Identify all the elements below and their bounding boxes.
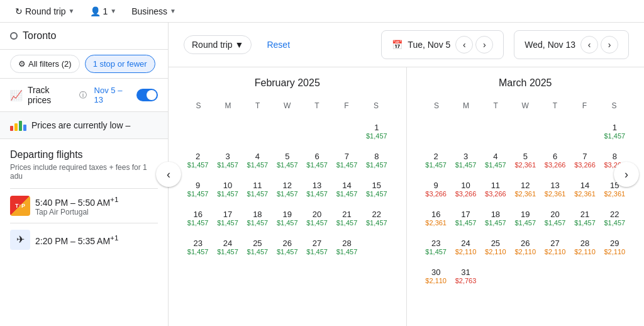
table-row[interactable]: 1$1,457 xyxy=(362,118,391,145)
table-row[interactable]: 24$2,110 xyxy=(452,233,480,261)
table-row[interactable]: 5$2,361 xyxy=(511,147,540,174)
table-row[interactable]: 29$2,110 xyxy=(601,233,629,261)
end-date-prev-button[interactable]: ‹ xyxy=(580,36,598,53)
day-price: $1,457 xyxy=(187,248,209,256)
table-row[interactable]: 19$1,457 xyxy=(511,205,540,232)
table-row[interactable]: 4$1,457 xyxy=(243,147,272,174)
table-row[interactable]: 14$1,457 xyxy=(333,176,361,203)
table-row[interactable]: 9$3,266 xyxy=(422,176,450,203)
table-row[interactable]: 22$1,457 xyxy=(362,205,391,232)
table-row[interactable]: 10$1,457 xyxy=(213,176,242,203)
table-row[interactable]: 13$1,457 xyxy=(303,176,331,203)
day-number: 4 xyxy=(255,152,260,162)
table-row[interactable]: 6$3,266 xyxy=(541,147,569,174)
day-number: 11 xyxy=(491,181,500,191)
day-number: 29 xyxy=(610,239,619,249)
table-row[interactable]: 4$1,457 xyxy=(481,147,509,174)
table-row[interactable]: 24$1,457 xyxy=(213,233,242,261)
calendar-next-button[interactable]: › xyxy=(614,162,639,187)
calendar-roundtrip-selector[interactable]: Round trip ▼ xyxy=(184,35,252,54)
table-row[interactable]: 26$2,110 xyxy=(511,233,540,261)
end-date-selector[interactable]: Wed, Nov 13 ‹ › xyxy=(514,30,629,59)
table-row[interactable]: 28$2,110 xyxy=(570,233,599,261)
table-row[interactable]: 2$1,457 xyxy=(184,147,212,174)
calendar-prev-button[interactable]: ‹ xyxy=(156,162,181,187)
empty-day xyxy=(452,118,480,145)
day-price: $1,457 xyxy=(366,161,387,169)
day-number: 17 xyxy=(461,210,470,220)
table-row[interactable]: 6$1,457 xyxy=(303,147,331,174)
table-row[interactable]: 21$1,457 xyxy=(570,205,599,232)
table-row[interactable]: 3$1,457 xyxy=(452,147,480,174)
day-price: $1,457 xyxy=(247,248,269,256)
table-row[interactable]: 25$2,110 xyxy=(481,233,509,261)
table-row[interactable]: 19$1,457 xyxy=(273,205,301,232)
chevron-down-icon-2: ▼ xyxy=(110,8,116,14)
table-row[interactable]: 8$1,457 xyxy=(362,147,391,174)
day-price: $2,763 xyxy=(455,277,477,285)
day-number: 14 xyxy=(580,181,589,191)
table-row[interactable]: 16$2,361 xyxy=(422,205,450,232)
day-price: $1,457 xyxy=(306,219,328,227)
table-row[interactable]: 27$2,110 xyxy=(541,233,569,261)
table-row[interactable]: 2$1,457 xyxy=(422,147,450,174)
day-number: 9 xyxy=(434,181,438,191)
day-price: $2,361 xyxy=(514,161,536,169)
start-date-prev-button[interactable]: ‹ xyxy=(455,36,473,53)
table-row[interactable]: 28$1,457 xyxy=(333,233,361,261)
table-row[interactable]: 27$1,457 xyxy=(303,233,331,261)
table-row[interactable]: 23$1,457 xyxy=(422,233,450,261)
day-number: 25 xyxy=(253,239,262,249)
table-row[interactable]: 10$3,266 xyxy=(452,176,480,203)
day-price: $1,457 xyxy=(306,190,328,198)
day-header-s1: S xyxy=(184,99,213,113)
stops-filter-button[interactable]: 1 stop or fewer xyxy=(85,55,155,73)
reset-button[interactable]: Reset xyxy=(267,40,290,50)
table-row[interactable]: 18$1,457 xyxy=(481,205,509,232)
table-row[interactable]: 15$1,457 xyxy=(362,176,391,203)
calendars-container: February 2025 S M T W T F S 1$1,4572$1,4… xyxy=(169,67,644,326)
cabin-class-selector[interactable]: Business ▼ xyxy=(126,4,181,19)
table-row[interactable]: 16$1,457 xyxy=(184,205,212,232)
start-date-selector[interactable]: 📅 Tue, Nov 5 ‹ › xyxy=(381,30,504,59)
date-nav: 📅 Tue, Nov 5 ‹ › Wed, Nov 13 ‹ › xyxy=(381,30,629,59)
day-number: 6 xyxy=(314,152,319,162)
table-row[interactable]: 12$1,457 xyxy=(273,176,301,203)
table-row[interactable]: 7$3,266 xyxy=(570,147,599,174)
table-row[interactable]: 11$1,457 xyxy=(243,176,272,203)
table-row[interactable]: 30$2,110 xyxy=(422,262,450,290)
track-prices-toggle[interactable] xyxy=(136,89,158,101)
table-row[interactable]: 25$1,457 xyxy=(243,233,272,261)
passengers-selector[interactable]: 👤 1 ▼ xyxy=(85,4,122,19)
flight-item-1[interactable]: T↑P 5:40 PM – 5:50 AM+1 Tap Air Portugal xyxy=(10,188,158,223)
table-row[interactable]: 5$1,457 xyxy=(273,147,301,174)
table-row[interactable]: 23$1,457 xyxy=(184,233,212,261)
bar-red xyxy=(10,126,13,131)
end-date-next-button[interactable]: › xyxy=(601,36,618,53)
day-price: $2,110 xyxy=(604,248,625,256)
table-row[interactable]: 13$2,361 xyxy=(541,176,569,203)
table-row[interactable]: 26$1,457 xyxy=(273,233,301,261)
table-row[interactable]: 20$1,457 xyxy=(541,205,569,232)
bar-blue xyxy=(23,125,26,131)
table-row[interactable]: 17$1,457 xyxy=(213,205,242,232)
table-row[interactable]: 1$1,457 xyxy=(601,118,629,145)
table-row[interactable]: 11$3,266 xyxy=(481,176,509,203)
table-row[interactable]: 9$1,457 xyxy=(184,176,212,203)
table-row[interactable]: 17$1,457 xyxy=(452,205,480,232)
flight-item-2[interactable]: ✈ 2:20 PM – 5:35 AM+1 xyxy=(10,223,158,256)
table-row[interactable]: 18$1,457 xyxy=(243,205,272,232)
table-row[interactable]: 31$2,763 xyxy=(452,262,480,290)
day-number: 21 xyxy=(342,210,351,220)
table-row[interactable]: 7$1,457 xyxy=(333,147,361,174)
day-number: 18 xyxy=(491,210,500,220)
trip-type-selector[interactable]: ↻ Round trip ▼ xyxy=(10,4,80,19)
table-row[interactable]: 21$1,457 xyxy=(333,205,361,232)
table-row[interactable]: 3$1,457 xyxy=(213,147,242,174)
table-row[interactable]: 14$2,361 xyxy=(570,176,599,203)
table-row[interactable]: 12$2,361 xyxy=(511,176,540,203)
all-filters-button[interactable]: ⚙ All filters (2) xyxy=(10,55,80,73)
table-row[interactable]: 20$1,457 xyxy=(303,205,331,232)
start-date-next-button[interactable]: › xyxy=(475,36,493,53)
table-row[interactable]: 22$1,457 xyxy=(601,205,629,232)
